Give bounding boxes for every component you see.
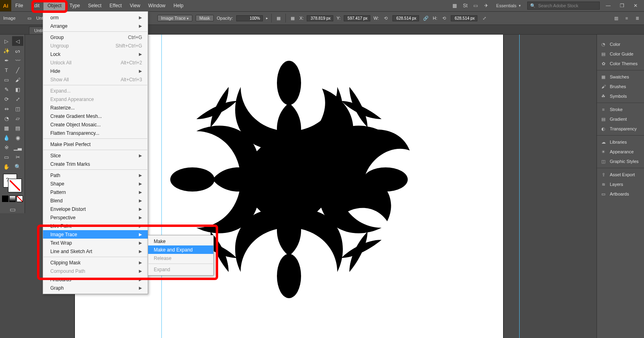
screen-mode-icon[interactable]: ▭ [9,205,16,212]
minimize-button[interactable]: — [603,2,613,10]
gradient-tool[interactable]: ▤ [12,123,23,133]
align-pixel-icon[interactable]: ▦ [275,14,282,22]
line-tool[interactable]: ╱ [12,65,23,75]
curvature-tool[interactable]: 〰 [12,56,23,65]
type-tool[interactable]: T [1,65,12,75]
submenu-item-make[interactable]: Make [148,237,213,245]
menu-file[interactable]: File [11,0,27,11]
magic-wand-tool[interactable]: ✨ [1,46,12,56]
transform-ref-icon[interactable]: ▦ [289,14,296,22]
chevron-right-icon[interactable]: ▸ [266,16,268,20]
menu-item-pattern[interactable]: Pattern▶ [43,188,148,196]
menu-item-transform[interactable]: orm▶ [43,13,148,22]
menu-item-shape[interactable]: Shape▶ [43,179,148,188]
panel-align-icon[interactable]: ≡ [623,14,630,22]
opacity-field[interactable]: 100% [236,15,263,21]
constrain-icon[interactable]: 🔗 [422,14,429,22]
menu-item-artboards[interactable]: Artboards▶ [43,275,148,284]
menu-item-flatten-transparency-[interactable]: Flatten Transparency... [43,129,148,137]
x-field[interactable]: 378.819 px [307,15,333,21]
perspective-tool[interactable]: ▱ [12,113,23,123]
menu-item-graph[interactable]: Graph▶ [43,284,148,292]
slice-tool[interactable]: ✂ [12,152,23,162]
menu-item-create-trim-marks[interactable]: Create Trim Marks [43,160,148,168]
panel-color[interactable]: ◔Color [597,39,644,49]
menu-item-make-pixel-perfect[interactable]: Make Pixel Perfect [43,140,148,148]
color-mode-swatch[interactable] [2,196,8,202]
panel-gradient[interactable]: ▤Gradient [597,114,644,124]
panel-transparency[interactable]: ◐Transparency [597,124,644,134]
menu-item-envelope-distort[interactable]: Envelope Distort▶ [43,205,148,213]
embed-icon[interactable]: ▭ [26,14,33,22]
hand-tool[interactable]: ✋ [1,162,12,171]
panel-graphic-styles[interactable]: ◫Graphic Styles [597,157,644,166]
panel-libraries[interactable]: ☁Libraries [597,137,644,147]
symbol-sprayer-tool[interactable]: ※ [1,142,12,152]
menu-item-clipping-mask[interactable]: Clipping Mask▶ [43,258,148,267]
menu-item-slice[interactable]: Slice▶ [43,151,148,160]
menu-edit[interactable]: Edit [27,0,43,11]
snap-icon[interactable]: ⤢ [481,14,488,22]
graph-tool[interactable]: ▁▃ [12,142,23,152]
menu-item-blend[interactable]: Blend▶ [43,196,148,205]
link-h-icon[interactable]: ⟲ [440,14,448,22]
h-field[interactable]: 628.514 px [451,15,477,21]
mask-button[interactable]: Mask [196,15,213,21]
search-stock-input[interactable]: 🔍 Search Adobe Stock [527,2,600,10]
zoom-tool[interactable]: 🔍 [12,162,23,171]
gradient-mode-swatch[interactable] [9,196,16,202]
arrange-docs-icon[interactable]: ▭ [472,2,479,9]
menu-item-live-paint[interactable]: Live Paint▶ [43,222,148,230]
panel-appearance[interactable]: ☀Appearance [597,147,644,157]
menu-item-arrange[interactable]: Arrange▶ [43,22,148,30]
eraser-tool[interactable]: ◧ [12,84,23,94]
submenu-item-make-and-expand[interactable]: Make and Expand [148,245,213,254]
panel-menu-icon[interactable]: ≣ [634,14,641,22]
menu-item-create-gradient-mesh-[interactable]: Create Gradient Mesh... [43,112,148,120]
mesh-tool[interactable]: ▦ [1,123,12,133]
image-trace-button[interactable]: Image Trace ▾ [157,15,192,21]
link-wh-icon[interactable]: ⟲ [382,14,389,22]
menu-type[interactable]: Type [66,0,84,11]
menu-item-hide[interactable]: Hide▶ [43,67,148,75]
menu-item-path[interactable]: Path▶ [43,171,148,179]
panel-layers[interactable]: ≋Layers [597,179,644,189]
lasso-tool[interactable]: ᔕ [12,46,23,56]
menu-item-text-wrap[interactable]: Text Wrap▶ [43,239,148,247]
shaper-tool[interactable]: ✎ [1,84,12,94]
stroke-swatch[interactable] [8,179,22,192]
menu-help[interactable]: Help [169,0,188,11]
shape-builder-tool[interactable]: ◔ [1,113,12,123]
menu-object[interactable]: Object [43,0,66,11]
w-field[interactable]: 628.514 px [392,15,419,21]
workspace-switcher[interactable]: Essentials ▾ [493,3,524,8]
none-mode-swatch[interactable] [17,196,23,202]
rectangle-tool[interactable]: ▭ [1,75,12,84]
pen-tool[interactable]: ✒ [1,56,12,65]
menu-item-group[interactable]: GroupCtrl+G [43,33,148,41]
menu-select[interactable]: Select [84,0,105,11]
menu-item-perspective[interactable]: Perspective▶ [43,213,148,222]
eyedropper-tool[interactable]: 💧 [1,133,12,142]
close-button[interactable]: ✕ [630,2,641,10]
panel-toggle-icon[interactable]: ▥ [613,14,620,22]
menu-item-create-object-mosaic-[interactable]: Create Object Mosaic... [43,120,148,129]
panel-stroke[interactable]: ≡Stroke [597,105,644,114]
blend-tool[interactable]: ◉ [12,133,23,142]
direct-selection-tool[interactable]: ◁ [12,36,23,46]
free-transform-tool[interactable]: ◫ [12,104,23,113]
menu-item-image-trace[interactable]: Image Trace▶ [43,230,148,239]
panel-brushes[interactable]: 🖌Brushes [597,82,644,91]
panel-symbols[interactable]: ☘Symbols [597,91,644,101]
menu-effect[interactable]: Effect [105,0,126,11]
rotate-tool[interactable]: ⟳ [1,94,12,104]
brush-tool[interactable]: 🖌 [12,75,23,84]
menu-window[interactable]: Window [144,0,169,11]
artboard-tool[interactable]: ▭ [1,152,12,162]
panel-color-guide[interactable]: ▤Color Guide [597,49,644,59]
stock-icon[interactable]: St [462,2,469,9]
menu-item-lock[interactable]: Lock▶ [43,50,148,58]
menu-item-line-and-sketch-art[interactable]: Line and Sketch Art▶ [43,247,148,256]
panel-swatches[interactable]: ▦Swatches [597,72,644,82]
menu-item-rasterize-[interactable]: Rasterize... [43,103,148,112]
